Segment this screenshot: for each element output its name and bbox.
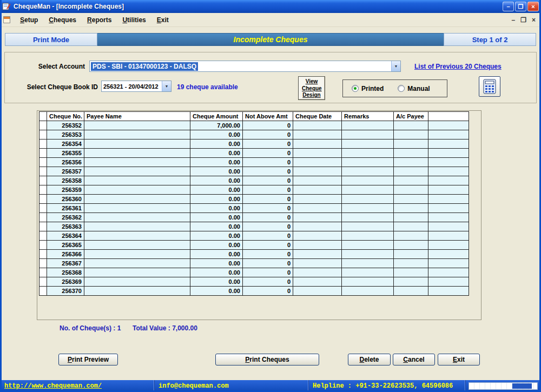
row-selector[interactable] (39, 158, 47, 167)
row-selector[interactable] (39, 149, 47, 158)
row-selector[interactable] (39, 204, 47, 213)
cell-cheque-no[interactable]: 256356 (47, 158, 84, 167)
cell-payee-name[interactable] (84, 250, 190, 259)
cell-ac-payee[interactable] (394, 213, 428, 222)
cell-cheque-no[interactable]: 256365 (47, 241, 84, 250)
cell-payee-name[interactable] (84, 213, 190, 222)
cell-ac-payee[interactable] (394, 231, 428, 241)
row-selector[interactable] (39, 277, 47, 287)
cell-ac-payee[interactable] (394, 130, 428, 139)
cell-cheque-date[interactable] (293, 277, 342, 287)
cell-payee-name[interactable] (84, 268, 190, 277)
cell-remarks[interactable] (342, 185, 394, 195)
menu-item-setup[interactable]: Setup (15, 15, 43, 25)
cell-remarks[interactable] (342, 130, 394, 139)
row-selector[interactable] (39, 259, 47, 268)
cell-ac-payee[interactable] (394, 287, 428, 296)
cell-not-above-amt[interactable]: 0 (243, 213, 293, 222)
cheque-book-dropdown[interactable]: 256321 - 20/04/2012 ▼ (101, 81, 171, 92)
cell-not-above-amt[interactable]: 0 (243, 231, 293, 241)
cell-cheque-no[interactable]: 256358 (47, 176, 84, 185)
cell-cheque-date[interactable] (293, 139, 342, 149)
row-selector[interactable] (39, 287, 47, 296)
cell-trailing[interactable] (428, 167, 469, 176)
cell-not-above-amt[interactable]: 0 (243, 277, 293, 287)
cell-cheque-amount[interactable]: 0.00 (190, 167, 243, 176)
cell-ac-payee[interactable] (394, 268, 428, 277)
cell-ac-payee[interactable] (394, 241, 428, 250)
table-row[interactable]: 2563640.000 (39, 231, 469, 241)
cell-cheque-amount[interactable]: 0.00 (190, 185, 243, 195)
cell-trailing[interactable] (428, 130, 469, 139)
cell-cheque-amount[interactable]: 0.00 (190, 277, 243, 287)
row-selector[interactable] (39, 241, 47, 250)
delete-button[interactable]: Delete (348, 354, 391, 366)
cell-ac-payee[interactable] (394, 222, 428, 231)
cell-cheque-date[interactable] (293, 158, 342, 167)
cell-cheque-amount[interactable]: 0.00 (190, 231, 243, 241)
cell-payee-name[interactable] (84, 130, 190, 139)
cell-cheque-date[interactable] (293, 149, 342, 158)
account-dropdown[interactable]: PDS - SBI - 01347000123 - DALSQ ▼ (89, 61, 401, 72)
cell-cheque-date[interactable] (293, 167, 342, 176)
cell-not-above-amt[interactable]: 0 (243, 176, 293, 185)
cell-trailing[interactable] (428, 277, 469, 287)
cell-not-above-amt[interactable]: 0 (243, 130, 293, 139)
cell-cheque-no[interactable]: 256361 (47, 204, 84, 213)
maximize-button-icon[interactable]: ❐ (515, 2, 526, 11)
cell-cheque-no[interactable]: 256353 (47, 130, 84, 139)
cell-cheque-amount[interactable]: 0.00 (190, 241, 243, 250)
cell-payee-name[interactable] (84, 139, 190, 149)
cell-trailing[interactable] (428, 149, 469, 158)
cell-trailing[interactable] (428, 195, 469, 204)
cell-trailing[interactable] (428, 241, 469, 250)
previous-cheques-link[interactable]: List of Previous 20 Cheques (414, 63, 502, 70)
cell-payee-name[interactable] (84, 277, 190, 287)
cell-trailing[interactable] (428, 204, 469, 213)
table-row[interactable]: 2563550.000 (39, 149, 469, 158)
cell-cheque-no[interactable]: 256354 (47, 139, 84, 149)
cell-cheque-amount[interactable]: 0.00 (190, 130, 243, 139)
cell-cheque-date[interactable] (293, 287, 342, 296)
cell-remarks[interactable] (342, 241, 394, 250)
cell-ac-payee[interactable] (394, 204, 428, 213)
table-row[interactable]: 2563540.000 (39, 139, 469, 149)
cell-not-above-amt[interactable]: 0 (243, 268, 293, 277)
cell-cheque-date[interactable] (293, 204, 342, 213)
row-selector[interactable] (39, 268, 47, 277)
cell-payee-name[interactable] (84, 259, 190, 268)
cancel-button[interactable]: Cancel (393, 354, 435, 366)
cell-not-above-amt[interactable]: 0 (243, 222, 293, 231)
cell-cheque-amount[interactable]: 0.00 (190, 287, 243, 296)
cell-not-above-amt[interactable]: 0 (243, 167, 293, 176)
cell-trailing[interactable] (428, 139, 469, 149)
cell-cheque-no[interactable]: 256366 (47, 250, 84, 259)
table-row[interactable]: 2563610.000 (39, 204, 469, 213)
cell-trailing[interactable] (428, 121, 469, 130)
cell-payee-name[interactable] (84, 231, 190, 241)
cell-trailing[interactable] (428, 185, 469, 195)
row-selector[interactable] (39, 139, 47, 149)
table-row[interactable]: 2563680.000 (39, 268, 469, 277)
cell-not-above-amt[interactable]: 0 (243, 250, 293, 259)
row-selector[interactable] (39, 167, 47, 176)
cell-trailing[interactable] (428, 158, 469, 167)
cell-cheque-date[interactable] (293, 213, 342, 222)
table-row[interactable]: 2563690.000 (39, 277, 469, 287)
cell-remarks[interactable] (342, 250, 394, 259)
table-row[interactable]: 2563670.000 (39, 259, 469, 268)
cell-cheque-date[interactable] (293, 195, 342, 204)
cell-payee-name[interactable] (84, 167, 190, 176)
table-row[interactable]: 2563630.000 (39, 222, 469, 231)
cell-cheque-amount[interactable]: 0.00 (190, 195, 243, 204)
cell-ac-payee[interactable] (394, 185, 428, 195)
row-selector[interactable] (39, 222, 47, 231)
table-row[interactable]: 2563530.000 (39, 130, 469, 139)
cell-not-above-amt[interactable]: 0 (243, 158, 293, 167)
table-row[interactable]: 2563560.000 (39, 158, 469, 167)
row-selector[interactable] (39, 176, 47, 185)
status-website-url[interactable]: http://www.chequeman.com/ (0, 380, 154, 392)
table-row[interactable]: 2563700.000 (39, 287, 469, 296)
print-preview-button[interactable]: Print Preview (58, 354, 118, 366)
cell-cheque-no[interactable]: 256367 (47, 259, 84, 268)
